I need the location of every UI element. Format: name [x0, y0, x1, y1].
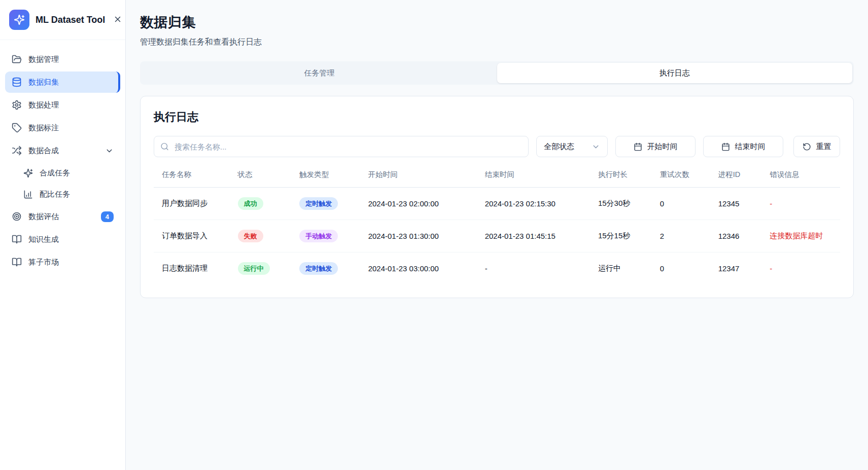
main-content: 数据归集 管理数据归集任务和查看执行日志 任务管理执行日志 执行日志 全部状态 …: [126, 0, 868, 470]
sidebar-item-knowledge-generation[interactable]: 知识生成: [5, 229, 120, 250]
end-time-label: 结束时间: [735, 142, 766, 152]
table-cell: 订单数据导入: [154, 220, 233, 252]
table-cell: -: [765, 252, 840, 285]
table-row: 用户数据同步成功定时触发2024-01-23 02:00:002024-01-2…: [154, 188, 840, 220]
table-cell: 2024-01-23 02:00:00: [363, 188, 480, 220]
table-cell: 运行中: [233, 252, 295, 285]
sidebar-item-label: 算子市场: [28, 258, 59, 267]
app-root: ML Dataset Tool 数据管理数据归集数据处理数据标注数据合成合成任务…: [0, 0, 868, 470]
sidebar-item-ratio-task[interactable]: 配比任务: [5, 184, 120, 204]
notification-badge: 4: [101, 211, 114, 222]
table-cell: 15分15秒: [593, 220, 655, 252]
book-open-icon: [12, 257, 22, 267]
sidebar-item-data-processing[interactable]: 数据处理: [5, 94, 120, 116]
table-cell: -: [480, 252, 593, 285]
status-badge: 运行中: [238, 262, 270, 275]
trigger-type-badge: 定时触发: [299, 262, 338, 275]
table-cell: 日志数据清理: [154, 252, 233, 285]
start-time-label: 开始时间: [647, 142, 678, 152]
rotate-ccw-icon: [803, 142, 811, 151]
sidebar-item-operator-market[interactable]: 算子市场: [5, 251, 120, 273]
sidebar-item-label: 数据处理: [28, 100, 59, 110]
end-time-button[interactable]: 结束时间: [703, 136, 783, 157]
table-cell: 用户数据同步: [154, 188, 233, 220]
column-header: 进程ID: [713, 162, 765, 188]
shuffle-icon: [12, 146, 22, 156]
close-icon: [113, 15, 122, 25]
sidebar-item-synthesis-task[interactable]: 合成任务: [5, 163, 120, 183]
table-cell: 2: [655, 220, 713, 252]
sidebar-item-data-collection[interactable]: 数据归集: [5, 71, 120, 93]
panel-title: 执行日志: [154, 110, 840, 125]
table-cell: 2024-01-23 03:00:00: [363, 252, 480, 285]
column-header: 触发类型: [294, 162, 363, 188]
sidebar-item-label: 数据管理: [28, 55, 59, 64]
page-title: 数据归集: [140, 13, 854, 31]
search-box: [154, 136, 529, 157]
table-cell: 2024-01-23 02:15:30: [480, 188, 593, 220]
search-input[interactable]: [154, 136, 529, 157]
sidebar-item-data-labeling[interactable]: 数据标注: [5, 117, 120, 138]
execution-logs-panel: 执行日志 全部状态 开始时间 结束时间: [140, 96, 854, 298]
sidebar-item-label: 数据归集: [28, 78, 59, 87]
column-header: 执行时长: [593, 162, 655, 188]
table-cell: 运行中: [593, 252, 655, 285]
reset-button[interactable]: 重置: [793, 136, 840, 157]
table-cell: 2024-01-23 01:30:00: [363, 220, 480, 252]
target-icon: [12, 211, 22, 222]
start-time-button[interactable]: 开始时间: [615, 136, 696, 157]
trigger-type-badge: 手动触发: [299, 230, 338, 242]
table-cell: 失败: [233, 220, 295, 252]
sidebar-item-data-evaluation[interactable]: 数据评估4: [5, 206, 120, 227]
sidebar-item-label: 知识生成: [28, 235, 59, 244]
column-header: 重试次数: [655, 162, 713, 188]
book-open-icon: [12, 234, 22, 244]
table-cell: 手动触发: [294, 220, 363, 252]
tab-bar: 任务管理执行日志: [140, 61, 854, 85]
folder-open-icon: [12, 54, 22, 64]
sidebar: ML Dataset Tool 数据管理数据归集数据处理数据标注数据合成合成任务…: [0, 0, 126, 470]
table-cell: 2024-01-23 01:45:15: [480, 220, 593, 252]
column-header: 状态: [233, 162, 295, 188]
table-cell: 连接数据库超时: [765, 220, 840, 252]
execution-logs-table: 任务名称状态触发类型开始时间结束时间执行时长重试次数进程ID错误信息 用户数据同…: [154, 162, 840, 284]
tag-icon: [12, 123, 22, 133]
table-cell: 12347: [713, 252, 765, 285]
column-header: 错误信息: [765, 162, 840, 188]
table-cell: 0: [655, 188, 713, 220]
sidebar-item-label: 配比任务: [40, 190, 70, 199]
sidebar-item-data-management[interactable]: 数据管理: [5, 49, 120, 70]
table-cell: 定时触发: [294, 188, 363, 220]
search-icon: [160, 142, 169, 151]
app-logo-sparkles-icon: [9, 10, 29, 30]
table-cell: 12345: [713, 188, 765, 220]
sidebar-item-label: 合成任务: [40, 168, 70, 178]
database-icon: [12, 77, 22, 87]
tab-execution-logs[interactable]: 执行日志: [497, 63, 853, 83]
column-header: 任务名称: [154, 162, 233, 188]
gear-icon: [12, 100, 22, 110]
column-header: 结束时间: [480, 162, 593, 188]
table-cell: 定时触发: [294, 252, 363, 285]
reset-label: 重置: [816, 142, 831, 152]
chevron-down-icon: [105, 147, 114, 155]
sidebar-item-label: 数据合成: [28, 146, 59, 156]
sidebar-nav: 数据管理数据归集数据处理数据标注数据合成合成任务配比任务数据评估4知识生成算子市…: [0, 40, 125, 281]
trigger-type-badge: 定时触发: [299, 197, 338, 210]
chevron-down-icon: [592, 142, 600, 151]
tab-task-management[interactable]: 任务管理: [142, 63, 497, 83]
filter-toolbar: 全部状态 开始时间 结束时间 重置: [154, 136, 840, 157]
status-filter-select[interactable]: 全部状态: [536, 136, 608, 157]
sparkles-icon: [23, 168, 33, 178]
page-subtitle: 管理数据归集任务和查看执行日志: [140, 37, 854, 48]
status-badge: 成功: [238, 197, 263, 210]
sidebar-item-label: 数据标注: [28, 123, 59, 133]
status-filter-value: 全部状态: [544, 142, 574, 152]
table-row: 订单数据导入失败手动触发2024-01-23 01:30:002024-01-2…: [154, 220, 840, 252]
calendar-icon: [721, 142, 730, 151]
table-cell: -: [765, 188, 840, 220]
sidebar-item-data-synthesis[interactable]: 数据合成: [5, 140, 120, 161]
table-cell: 0: [655, 252, 713, 285]
sidebar-close-button[interactable]: [111, 13, 124, 27]
table-cell: 15分30秒: [593, 188, 655, 220]
